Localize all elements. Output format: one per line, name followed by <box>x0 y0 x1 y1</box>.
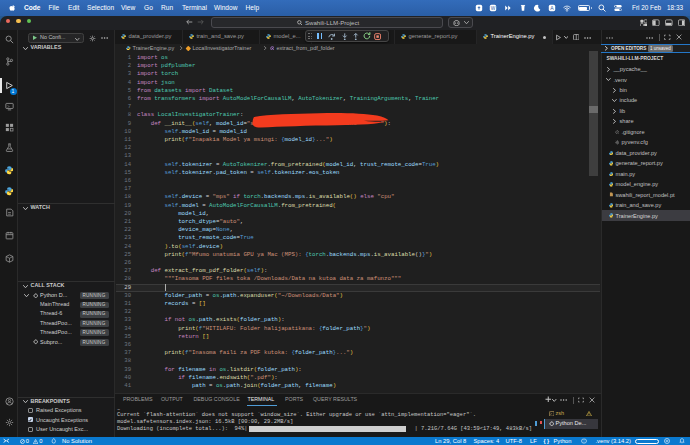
svg-text:W: W <box>491 6 496 11</box>
svg-text:A: A <box>550 5 554 11</box>
